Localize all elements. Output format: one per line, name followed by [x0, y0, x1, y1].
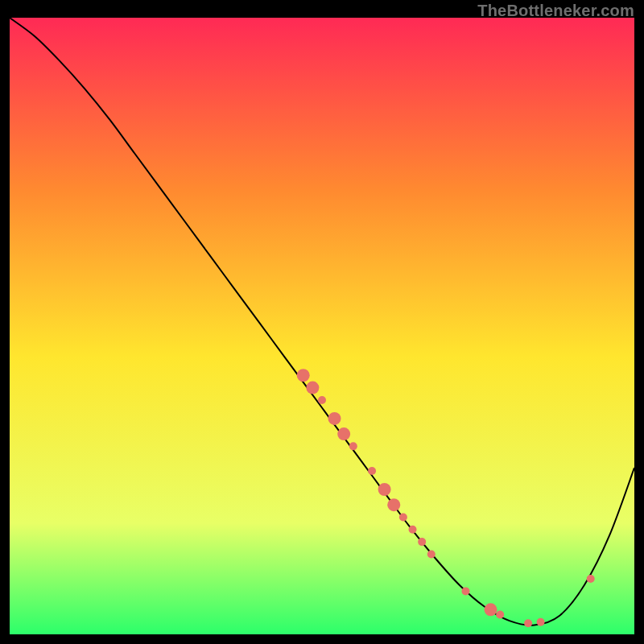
bottleneck-chart [10, 18, 634, 634]
highlight-dot [427, 550, 436, 558]
highlight-dot [349, 442, 357, 450]
highlight-dot [461, 587, 469, 595]
highlight-dot [378, 483, 391, 496]
highlight-dot [537, 618, 545, 626]
highlight-dot [418, 538, 426, 546]
highlight-dot [496, 610, 504, 618]
highlight-dot [318, 396, 326, 404]
chart-frame [10, 18, 634, 634]
highlight-dot [409, 526, 417, 534]
highlight-dot [387, 498, 400, 511]
highlight-dot [297, 369, 310, 382]
highlight-dot [368, 467, 376, 475]
highlight-dot [524, 619, 532, 627]
highlight-dot [485, 603, 497, 616]
highlight-dot [328, 412, 341, 425]
highlight-dot [399, 513, 407, 521]
highlight-dot [306, 382, 319, 394]
highlight-dot [587, 575, 595, 583]
highlight-dot [337, 427, 350, 440]
